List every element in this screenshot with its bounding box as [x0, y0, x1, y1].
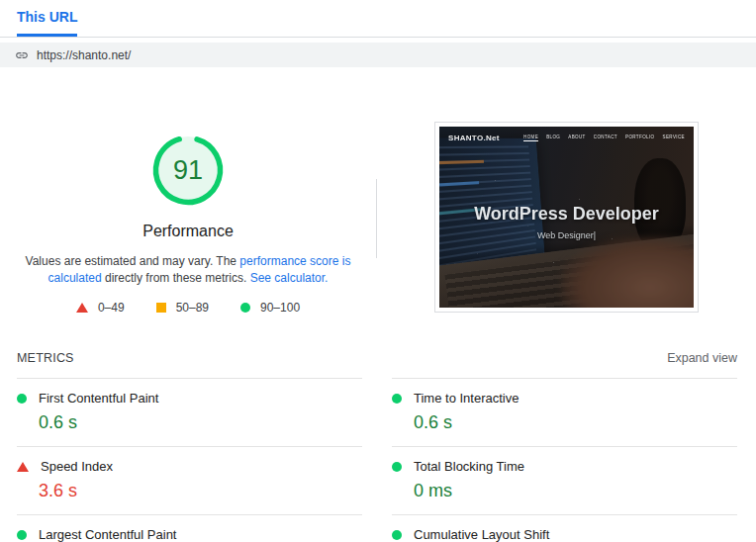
performance-score: 91 — [150, 133, 226, 208]
performance-gauge[interactable]: 91 — [150, 133, 226, 208]
see-calculator-link[interactable]: See calculator. — [250, 271, 329, 285]
disclaimer-text: directly from these metrics. — [102, 271, 250, 285]
page-screenshot-thumbnail: SHANTO.Net HOME BLOG ABOUT CONTACT PORTF… — [434, 122, 699, 313]
site-menu-item: PORTFOLIO — [625, 135, 655, 141]
metric-label: Time to Interactive — [414, 391, 519, 406]
tab-this-url[interactable]: This URL — [17, 9, 77, 37]
metric-total-blocking-time: Total Blocking Time 0 ms — [392, 447, 737, 515]
metric-value: 0.6 s — [414, 412, 737, 433]
disclaimer-text: Values are estimated and may vary. The — [26, 254, 240, 268]
average-square-icon — [156, 303, 166, 313]
site-menu-item: CONTACT — [594, 135, 617, 141]
summary-section: 91 Performance Values are estimated and … — [0, 122, 756, 316]
site-menu-item: SERVICE — [663, 135, 685, 141]
legend-item-pass: 90–100 — [240, 301, 300, 315]
site-subheading: Web Designer| — [439, 230, 694, 240]
metrics-section: METRICS Expand view First Contentful Pai… — [0, 351, 756, 542]
metric-value: 3.6 s — [39, 481, 362, 501]
pass-circle-icon — [240, 303, 250, 313]
link-icon — [15, 48, 29, 62]
metric-time-to-interactive: Time to Interactive 0.6 s — [392, 379, 737, 447]
fail-triangle-icon — [76, 303, 88, 313]
metric-label: Cumulative Layout Shift — [414, 527, 549, 542]
metric-value: 0.6 s — [39, 412, 362, 433]
metric-speed-index: Speed Index 3.6 s — [17, 447, 362, 515]
metric-largest-contentful-paint: Largest Contentful Paint 0.6 s — [17, 515, 362, 542]
metric-label: Speed Index — [41, 459, 113, 474]
metric-value: 0 ms — [414, 481, 737, 501]
metrics-header: METRICS Expand view — [17, 351, 737, 365]
metrics-title: METRICS — [17, 351, 74, 365]
legend-item-fail: 0–49 — [76, 301, 125, 315]
site-heading: WordPress Developer — [439, 204, 694, 225]
performance-label: Performance — [142, 223, 234, 240]
metric-first-contentful-paint: First Contentful Paint 0.6 s — [17, 379, 362, 447]
site-logo: SHANTO.Net — [448, 134, 500, 142]
legend-item-average: 50–89 — [156, 301, 209, 315]
metric-label: Total Blocking Time — [414, 459, 524, 474]
metrics-column-left: First Contentful Paint 0.6 s Speed Index… — [17, 378, 362, 542]
metric-label: First Contentful Paint — [39, 391, 158, 406]
pass-circle-icon — [17, 530, 27, 540]
site-hero-image: SHANTO.Net HOME BLOG ABOUT CONTACT PORTF… — [439, 127, 694, 308]
score-pane: 91 Performance Values are estimated and … — [0, 122, 376, 316]
pass-circle-icon — [392, 462, 402, 472]
site-menu-item: HOME — [523, 135, 538, 141]
legend-range: 50–89 — [176, 301, 209, 315]
analyzed-url-link[interactable]: https://shanto.net/ — [37, 48, 131, 62]
screenshot-pane: SHANTO.Net HOME BLOG ABOUT CONTACT PORTF… — [377, 122, 756, 316]
metric-cumulative-layout-shift: Cumulative Layout Shift 0.021 — [392, 515, 737, 542]
score-legend: 0–49 50–89 90–100 — [76, 301, 300, 315]
metrics-columns: First Contentful Paint 0.6 s Speed Index… — [17, 378, 737, 542]
pass-circle-icon — [17, 394, 27, 404]
legend-range: 90–100 — [260, 301, 300, 315]
score-disclaimer: Values are estimated and may vary. The p… — [23, 253, 353, 287]
metrics-column-right: Time to Interactive 0.6 s Total Blocking… — [392, 378, 737, 542]
tab-bar: This URL — [0, 0, 756, 38]
site-menu: HOME BLOG ABOUT CONTACT PORTFOLIO SERVIC… — [523, 135, 685, 141]
site-menu-item: BLOG — [546, 135, 560, 141]
site-menu-item: ABOUT — [568, 135, 586, 141]
site-navbar: SHANTO.Net HOME BLOG ABOUT CONTACT PORTF… — [439, 134, 694, 142]
fail-triangle-icon — [17, 462, 29, 472]
pass-circle-icon — [392, 394, 402, 404]
pass-circle-icon — [392, 530, 402, 540]
expand-view-button[interactable]: Expand view — [667, 351, 737, 365]
metric-label: Largest Contentful Paint — [39, 527, 176, 542]
url-bar: https://shanto.net/ — [0, 43, 756, 67]
legend-range: 0–49 — [98, 301, 125, 315]
